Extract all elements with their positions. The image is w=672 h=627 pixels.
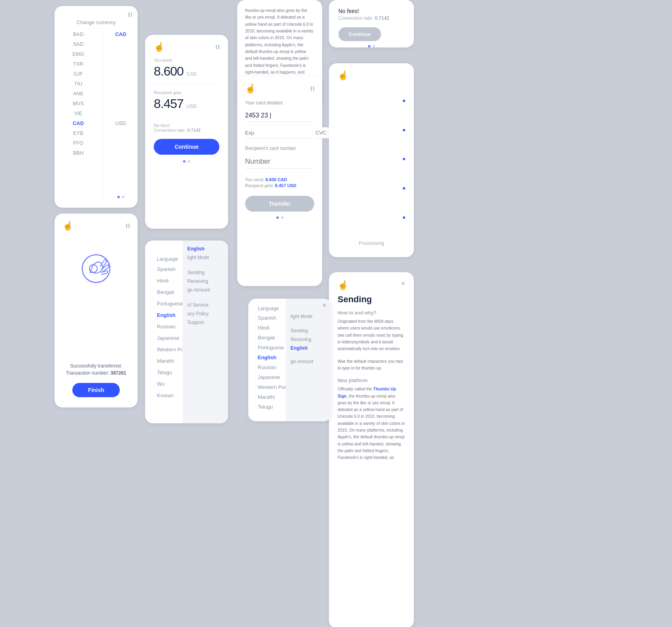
pause-icon — [128, 12, 132, 17]
lang2-right-receiving[interactable]: Receiving — [291, 337, 327, 342]
was-text: Was the default characters you had to ty… — [338, 358, 405, 372]
card-transfer-amount: ☝ You send 8.600 CAD Recipient gets 8.45… — [145, 35, 228, 229]
recipient-gets-summary: Recipient gets: 8.457 USD — [245, 183, 314, 188]
dot-2 — [281, 216, 283, 219]
currency-item[interactable]: TIU — [74, 79, 83, 89]
currency-item[interactable]: MVS — [73, 99, 84, 108]
svg-point-0 — [82, 255, 110, 282]
touch-icon-processing: ☝ — [338, 70, 348, 81]
proc-dot-4 — [403, 187, 405, 189]
recipient-number-input[interactable] — [245, 155, 314, 169]
touch-icon-details: ☝ — [245, 83, 256, 94]
continue-button[interactable]: Continue — [154, 139, 219, 155]
proc-dot-3 — [403, 158, 405, 160]
pause-icon — [216, 45, 219, 49]
lang-right-receiving[interactable]: Receiving — [187, 278, 223, 284]
new-platform-body: Officially called the Thumbs Up Sign, th… — [338, 386, 405, 461]
dot-2 — [188, 160, 190, 163]
transfer-button[interactable]: Transfer — [245, 196, 314, 212]
exp-input[interactable] — [245, 127, 311, 138]
currency-cad-selected[interactable]: CAD — [115, 29, 126, 39]
lang2-right-panel: × light Mode Sending Receiving English g… — [286, 299, 331, 421]
card-success: ☝ Successfully transferred. Transaction … — [55, 214, 138, 407]
currency-item[interactable]: VIE — [74, 108, 83, 118]
recipient-gets-value: 8.457 USD — [275, 183, 296, 188]
currency-item[interactable]: GJF — [74, 69, 83, 79]
receive-amount: 8.457 — [154, 97, 183, 111]
card-change-currency: Change currency BAD SAD EMG TXR GJF TIU … — [55, 6, 138, 208]
currency-usd[interactable]: USD — [115, 118, 126, 128]
lang-right-privacy[interactable]: acy Policy — [187, 311, 223, 316]
card-number-input[interactable] — [245, 110, 314, 122]
new-platform-label: New platform — [338, 378, 405, 383]
you-send-value: 8.600 CAD — [266, 177, 287, 182]
currency-item[interactable]: FFG — [73, 138, 83, 148]
currency-item[interactable]: BAD — [73, 29, 84, 39]
lang2-right-english[interactable]: English — [291, 345, 327, 351]
no-fees-text: No fees! — [154, 123, 219, 128]
lang-right-sending[interactable]: Sending — [187, 270, 223, 275]
dot-1 — [117, 196, 120, 198]
transaction-info: Transaction number: 387261 — [66, 370, 126, 376]
proc-dot-2 — [403, 129, 405, 131]
processing-label: Processing — [338, 240, 405, 246]
close-sending-button[interactable]: × — [401, 280, 405, 287]
send-currency: CAD — [187, 71, 196, 77]
receive-currency: USD — [187, 104, 196, 109]
lang2-right-sending[interactable]: Sending — [291, 328, 327, 333]
nofees-text: No fees! — [338, 8, 404, 14]
conversion-label: Conversion rate: — [338, 15, 373, 21]
lang-right-english[interactable]: English — [187, 246, 223, 252]
currency-left-col: BAD SAD EMG TXR GJF TIU ANE MVS VIE CAD … — [55, 29, 102, 201]
info-text: thumbs-up emoji also goes by the like or… — [245, 7, 314, 82]
lang2-right-amount[interactable]: ge Amount — [291, 359, 327, 364]
how-label: How to and why? — [338, 310, 405, 316]
card-processing: ☝ Processing — [329, 63, 414, 257]
proc-dot-5 — [403, 216, 405, 219]
transaction-number: 387261 — [110, 370, 126, 376]
lang-right-lightmode[interactable]: light Mode — [187, 255, 223, 260]
card-language-selector: × Language Spanish Hindi Bengali Portugu… — [145, 241, 228, 423]
you-send-summary: You send: 8.600 CAD — [245, 177, 314, 182]
lang-right-panel: English light Mode Sending Receiving ge … — [183, 241, 228, 423]
change-currency-title: Change currency — [55, 19, 138, 25]
lang-right-amount[interactable]: ge Amount — [187, 287, 223, 293]
recipient-label: Recipient's card number — [245, 146, 314, 151]
pause-icon — [126, 221, 130, 231]
dot-1 — [276, 216, 279, 219]
lang-right-service[interactable]: of Service — [187, 302, 223, 308]
currency-item[interactable]: TXR — [73, 59, 83, 69]
you-send-label: You send — [154, 58, 219, 63]
pause-icon — [311, 86, 314, 91]
currency-item-cad[interactable]: CAD — [73, 118, 84, 128]
nofees-continue-button[interactable]: Continue — [338, 27, 381, 41]
send-amount: 8.600 — [154, 64, 183, 79]
svg-point-1 — [89, 265, 97, 273]
currency-right-col: CAD USD — [104, 29, 138, 201]
success-text: Successfully transferred. — [70, 363, 122, 369]
finish-button[interactable]: Finish — [72, 383, 120, 397]
conversion-value: 0.7142 — [375, 15, 389, 21]
conversion-value: 0.7142 — [187, 128, 201, 133]
touch-icon-transfer: ☝ — [154, 42, 164, 52]
touch-icon-sending: ☝ — [338, 280, 348, 290]
transaction-label: Transaction number: — [66, 370, 109, 376]
currency-item[interactable]: EMG — [72, 49, 84, 59]
dot-1 — [368, 45, 370, 47]
proc-dot-1 — [403, 100, 405, 102]
currency-item[interactable]: EYB — [73, 128, 83, 138]
recipient-gets-label: Recipient gets — [154, 90, 219, 95]
dot-1 — [183, 160, 185, 163]
lang-right-support[interactable]: Support — [187, 320, 223, 325]
card-nofees: No fees! Conversion rate: 0.7142 Continu… — [329, 0, 414, 47]
close-lang2-button[interactable]: × — [322, 302, 327, 309]
lang2-right-lightmode[interactable]: light Mode — [291, 314, 327, 319]
card-sending-info: ☝ × Sending How to and why? Originated f… — [329, 272, 414, 627]
currency-item[interactable]: BBH — [73, 148, 84, 158]
currency-item[interactable]: SAD — [73, 39, 84, 49]
how-body: Originated from the MSN days where users… — [338, 318, 405, 352]
dot-2 — [373, 45, 375, 47]
currency-item[interactable]: ANE — [73, 89, 84, 99]
conversion-label: Conversion rate: — [154, 128, 186, 133]
highlight-thumbs: Thumbs Up Sign — [338, 386, 396, 398]
